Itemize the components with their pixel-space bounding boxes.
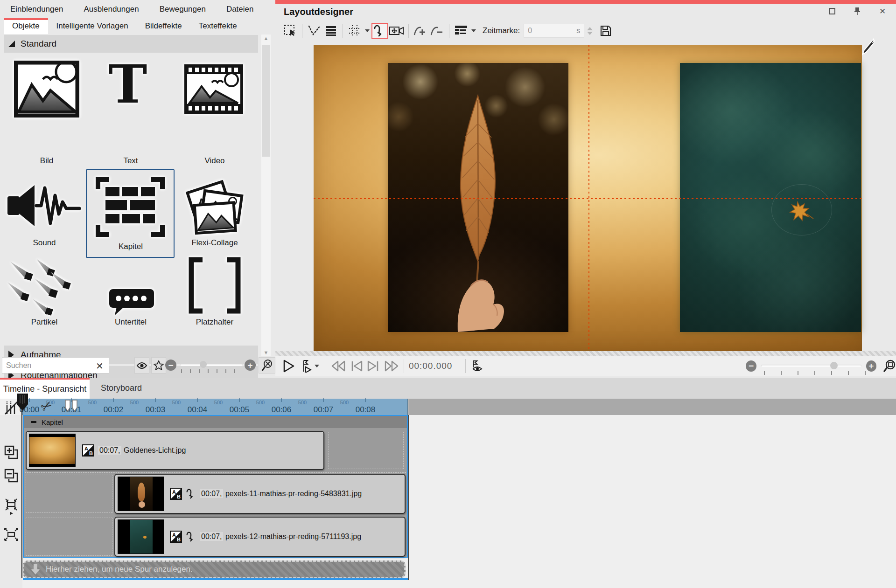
preview-zoom-button[interactable] <box>259 357 275 374</box>
timeline-item-pexels-12[interactable]: A B 00:07, pexels-12-mathias-pr-reding-5… <box>114 517 406 557</box>
play-options-dropdown-icon[interactable] <box>315 365 319 367</box>
enlarge-view-button[interactable] <box>3 526 20 543</box>
tab-timeline-spuransicht[interactable]: Timeline - Spuransicht <box>0 378 90 399</box>
tab-dateien[interactable]: Dateien <box>216 5 264 14</box>
favorites-filter-button[interactable] <box>151 357 166 374</box>
timeline-ruler[interactable]: 00:00 00:01 00:02 00:03 00:04 00:05 00:0… <box>22 399 408 415</box>
item-thumbnail-pexels-11 <box>118 477 164 511</box>
previous-icon <box>350 360 363 372</box>
magnifier-grid-icon <box>261 359 273 372</box>
tab-objekte[interactable]: Objekte <box>4 18 48 34</box>
add-curve-button[interactable] <box>412 23 429 39</box>
layers-button[interactable] <box>322 23 339 39</box>
marker-preview-button[interactable] <box>470 358 483 374</box>
tab-intelligente-vorlagen[interactable]: Intelligente Vorlagen <box>48 19 137 34</box>
layout-canvas[interactable] <box>314 45 862 351</box>
svg-text:B: B <box>89 450 93 456</box>
next-button[interactable] <box>367 358 379 374</box>
spinner-up-icon[interactable] <box>587 27 593 30</box>
save-layout-button[interactable] <box>597 23 614 39</box>
search-clear-icon[interactable]: ✕ <box>96 360 104 372</box>
zoom-out-icon[interactable]: − <box>165 360 176 371</box>
collapse-group-icon[interactable] <box>30 419 37 425</box>
fast-forward-button[interactable] <box>384 358 399 374</box>
curve-minus-icon <box>430 25 444 37</box>
visibility-toggle-button[interactable] <box>134 357 149 374</box>
object-item-sound[interactable] <box>6 179 83 234</box>
section-standard[interactable]: Standard <box>4 35 258 53</box>
search-input[interactable] <box>2 357 109 374</box>
maximize-icon <box>829 8 835 14</box>
thumb-size-slider[interactable] <box>180 364 243 366</box>
tab-bewegungen[interactable]: Bewegungen <box>149 5 216 14</box>
scroll-up-icon[interactable]: ▲ <box>261 35 271 41</box>
new-track-drop-zone[interactable]: Hierher ziehen, um neue Spur anzulegen. <box>23 560 406 578</box>
toolbar-separator <box>302 24 302 38</box>
canvas-zoom-slider[interactable] <box>761 365 861 367</box>
motion-path-points-button[interactable] <box>306 23 322 39</box>
list-dropdown-icon[interactable] <box>471 29 476 32</box>
canvas-photo-leaf-hand[interactable] <box>388 63 568 332</box>
playhead-line[interactable] <box>21 399 22 578</box>
maximize-button[interactable] <box>824 5 840 18</box>
tab-texteffekte[interactable]: Texteffekte <box>190 19 245 34</box>
tab-storyboard[interactable]: Storyboard <box>90 378 153 399</box>
rewind-button[interactable] <box>331 358 346 374</box>
object-item-partikel[interactable] <box>6 258 76 318</box>
tab-bildeffekte[interactable]: Bildeffekte <box>137 19 190 34</box>
close-button[interactable]: ✕ <box>875 5 890 18</box>
text-icon[interactable]: T <box>108 58 147 111</box>
play-icon <box>283 360 295 373</box>
object-item-bild[interactable] <box>14 61 79 118</box>
object-list-button[interactable] <box>453 23 469 39</box>
canvas-zoom-slider-handle[interactable] <box>830 362 838 369</box>
previous-button[interactable] <box>350 358 363 374</box>
shrink-view-button[interactable] <box>3 498 20 515</box>
zeitmarke-spinner[interactable] <box>587 27 593 35</box>
scroll-down-icon[interactable]: ▼ <box>261 350 271 355</box>
object-item-flexi-collage[interactable] <box>184 173 247 238</box>
timeline-item-pexels-11[interactable]: A B 00:07, pexels-11-mathias-pr-reding-5… <box>114 474 406 514</box>
thumb-size-slider-handle[interactable] <box>200 361 207 368</box>
grid-dropdown-icon[interactable] <box>365 29 370 32</box>
play-button[interactable] <box>283 358 295 374</box>
grid-button[interactable] <box>346 23 363 39</box>
timeline-item-goldenes-licht[interactable]: A B 00:07, Goldenes-Licht.jpg <box>26 431 324 470</box>
spinner-down-icon[interactable] <box>587 32 593 35</box>
tab-einblendungen[interactable]: Einblendungen <box>0 5 73 14</box>
camera-pan-button[interactable] <box>388 23 405 39</box>
motion-curve-button-active[interactable] <box>371 23 388 39</box>
object-item-video[interactable] <box>183 63 245 117</box>
collapse-all-tracks-button[interactable] <box>3 467 20 484</box>
remove-curve-button[interactable] <box>429 23 446 39</box>
range-marker[interactable] <box>64 400 78 412</box>
expand-all-tracks-button[interactable] <box>3 444 20 461</box>
zoom-in-icon[interactable]: + <box>245 360 256 371</box>
chapter-group-header[interactable]: Kapitel <box>24 416 407 428</box>
playhead-flag[interactable] <box>16 393 29 412</box>
ruler-label: 00:02 <box>104 405 124 415</box>
object-item-platzhalter[interactable] <box>187 257 243 316</box>
ruler-minor-label: 500 <box>130 400 139 405</box>
play-from-marker-button[interactable] <box>301 358 312 374</box>
zoom-fit-button[interactable] <box>883 358 896 374</box>
stacked-bars-icon <box>325 25 337 37</box>
canvas-zoom-out-icon[interactable]: − <box>746 360 756 372</box>
canvas-resize-grip[interactable] <box>275 351 896 356</box>
chapter-track-group[interactable]: Kapitel A B 00:07, Goldenes-Licht.jpg <box>23 415 408 558</box>
object-item-untertitel[interactable] <box>108 288 155 319</box>
tab-ausblendungen[interactable]: Ausblendungen <box>73 5 149 14</box>
zeitmarke-input[interactable]: 0 s <box>524 24 584 38</box>
pin-button[interactable] <box>849 5 865 18</box>
rewind-icon <box>331 360 346 372</box>
objects-scrollbar-thumb[interactable] <box>262 45 270 157</box>
slider-ticks <box>181 369 242 373</box>
select-tool-button[interactable] <box>282 23 299 39</box>
sound-icon <box>6 179 83 232</box>
svg-text:A: A <box>172 489 176 495</box>
ruler-label: 00:05 <box>230 405 250 415</box>
canvas-zoom-in-icon[interactable]: + <box>866 360 876 372</box>
canvas-photo-water-leaf[interactable] <box>680 63 861 332</box>
pen-cursor-icon <box>858 36 878 58</box>
object-label-kapitel: Kapitel <box>98 242 163 251</box>
